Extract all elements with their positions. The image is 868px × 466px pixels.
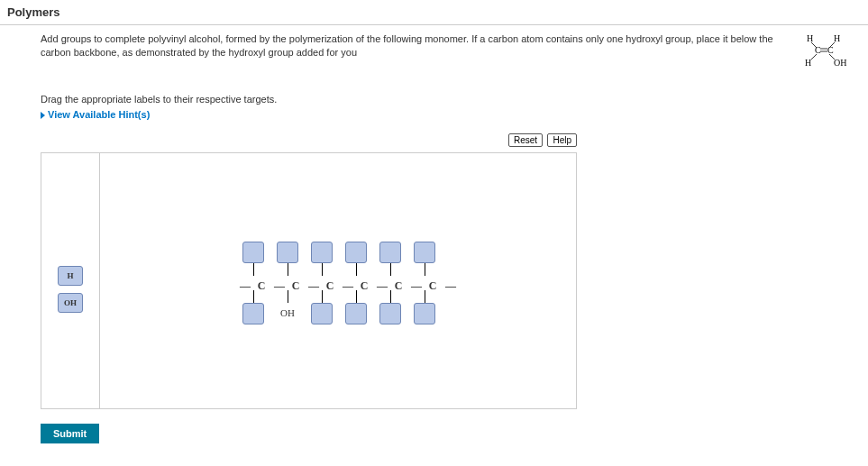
dropzone-top-3[interactable]	[311, 242, 333, 263]
monomer-h-tr: H	[834, 33, 840, 43]
view-hints-link[interactable]: View Available Hint(s)	[41, 109, 150, 120]
monomer-c-right: C	[827, 45, 834, 55]
dropzone-bottom-3[interactable]	[311, 303, 333, 324]
monomer-c-left: C	[815, 45, 821, 55]
label-palette: H OH	[41, 153, 100, 408]
reset-button[interactable]: Reset	[508, 133, 543, 147]
monomer-h-bl: H	[805, 58, 811, 68]
dropzone-bottom-1[interactable]	[242, 303, 264, 324]
dropzone-top-5[interactable]	[379, 242, 401, 263]
instruction-text: Add groups to complete polyvinyl alcohol…	[41, 32, 778, 60]
svg-line-4	[811, 54, 817, 59]
provided-oh-label: OH	[280, 307, 295, 318]
carbon-chain: —C—C—C—C—C—C—	[240, 279, 454, 293]
help-button[interactable]: Help	[547, 133, 577, 147]
dropzone-top-6[interactable]	[414, 242, 435, 263]
monomer-h-tl: H	[807, 33, 813, 43]
drag-drop-panel: H OH	[41, 152, 577, 409]
dropzone-top-1[interactable]	[242, 242, 264, 263]
dropzone-bottom-4[interactable]	[345, 303, 367, 324]
page-title: Polymers	[0, 0, 868, 25]
dropzone-top-2[interactable]	[277, 242, 298, 263]
chevron-right-icon	[41, 112, 45, 119]
monomer-oh-br: OH	[834, 58, 846, 68]
dropzone-bottom-5[interactable]	[379, 303, 401, 324]
dropzone-top-4[interactable]	[345, 242, 367, 263]
label-oh[interactable]: OH	[58, 293, 83, 313]
dropzone-bottom-6[interactable]	[414, 303, 435, 324]
label-h[interactable]: H	[58, 266, 83, 286]
submit-button[interactable]: Submit	[41, 424, 99, 443]
drop-canvas: —C—C—C—C—C—C— OH	[100, 153, 576, 408]
drag-instruction: Drag the appropriate labels to their res…	[41, 94, 859, 105]
monomer-structure: H H C C H OH	[787, 32, 859, 69]
